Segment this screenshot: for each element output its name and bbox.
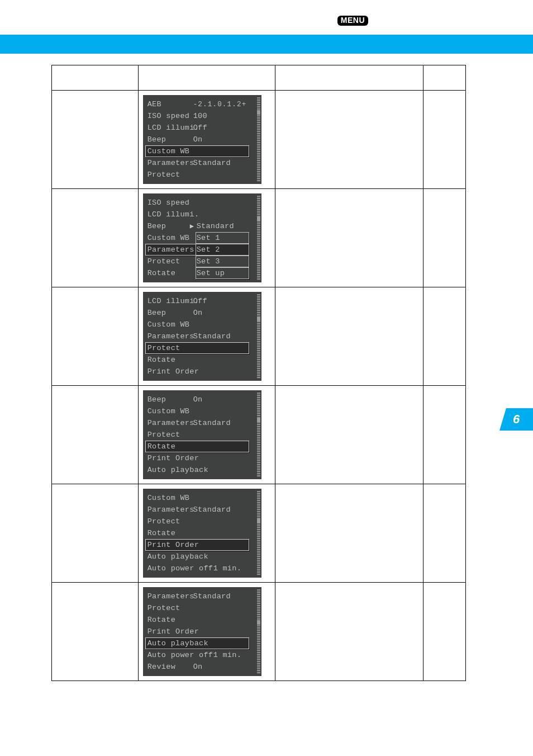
menu-item-label: Auto power off xyxy=(147,649,213,661)
menu-item: Protect xyxy=(147,429,259,441)
menu-item-label: Protect xyxy=(147,602,193,614)
menu-item-label: Rotate xyxy=(147,354,193,366)
camera-menu-screenshot: ISO speedLCD illumi.BeepCustom WBParamet… xyxy=(143,193,261,282)
menu-item-label: Custom WB xyxy=(147,145,193,157)
menu-item: ParametersStandard xyxy=(147,157,259,169)
table-row: LCD illumi.OffBeepOnCustom WBParametersS… xyxy=(52,287,466,386)
menu-item: BeepOn xyxy=(147,394,259,405)
table-header-row xyxy=(52,65,466,91)
menu-item-label: Beep xyxy=(147,134,193,145)
menu-item: Auto power off1 min. xyxy=(147,649,259,661)
aeb-scale: -2.1.0.1.2+ xyxy=(193,99,247,111)
chapter-page-tab: 6 xyxy=(499,408,533,431)
menu-item: AEB-2.1.0.1.2+ xyxy=(147,98,259,110)
menu-item-label: Print Order xyxy=(147,626,193,637)
menu-item: Custom WB xyxy=(147,145,259,157)
menu-item: LCD illumi. xyxy=(147,209,259,220)
menu-item-value: On xyxy=(193,307,203,319)
submenu-item-label: Set 3 xyxy=(197,257,220,266)
menu-item-label: Parameters xyxy=(147,504,193,516)
submenu-item-label: Set 1 xyxy=(197,234,220,242)
menu-item-label: Rotate xyxy=(147,527,193,539)
menu-item: Custom WB xyxy=(147,319,259,330)
menu-item-label: Protect xyxy=(147,256,193,267)
menu-button-badge: MENU xyxy=(337,16,368,26)
table-row: ParametersStandardProtectRotatePrint Ord… xyxy=(52,583,466,681)
menu-item: Auto power off1 min. xyxy=(147,563,259,574)
camera-menu-screenshot: LCD illumi.OffBeepOnCustom WBParametersS… xyxy=(143,292,261,381)
menu-item: Rotate xyxy=(147,354,259,366)
camera-menu-screenshot: Custom WBParametersStandardProtectRotate… xyxy=(143,489,261,578)
menu-item-value: 100 xyxy=(193,110,207,122)
submenu-popup: ▶StandardSet 1Set 2Set 3Set up xyxy=(197,220,253,279)
menu-item-label: Protect xyxy=(147,429,193,441)
menu-item: ParametersStandard xyxy=(147,504,259,516)
menu-item: LCD illumi.Off xyxy=(147,122,259,134)
menu-item-value: Standard xyxy=(193,157,231,169)
menu-item-label: Beep xyxy=(147,394,193,405)
menu-item-value: Standard xyxy=(193,417,231,429)
menu-item-value: On xyxy=(193,661,203,673)
menu-item-label: LCD illumi. xyxy=(147,122,193,134)
menu-item-value: On xyxy=(193,134,203,145)
menu-item: Custom WB xyxy=(147,405,259,417)
menu-item: ISO speed xyxy=(147,197,259,209)
submenu-item: ▶Standard xyxy=(197,220,253,232)
submenu-item: Set up xyxy=(197,267,253,279)
menu-item: ParametersStandard xyxy=(147,330,259,342)
menu-item-value: Standard xyxy=(193,590,231,602)
menu-item-value: Standard xyxy=(193,504,231,516)
menu-item-label: Auto playback xyxy=(147,464,193,476)
menu-item-label: ISO speed xyxy=(147,110,193,122)
submenu-item-label: Set 2 xyxy=(197,245,220,254)
menu-item-label: AEB xyxy=(147,98,193,110)
menu-item-label: Print Order xyxy=(147,452,193,464)
menu-item: Protect xyxy=(147,516,259,527)
menu-item-label: LCD illumi. xyxy=(147,209,193,220)
submenu-item: Set 3 xyxy=(197,256,253,267)
menu-item: Print Order xyxy=(147,626,259,637)
menu-item: Rotate xyxy=(147,614,259,626)
menu-item: ReviewOn xyxy=(147,661,259,673)
menu-item-label: Custom WB xyxy=(147,232,193,244)
menu-item-label: Protect xyxy=(147,342,193,354)
menu-item: LCD illumi.Off xyxy=(147,295,259,307)
camera-menu-screenshot: BeepOnCustom WBParametersStandardProtect… xyxy=(143,390,261,479)
section-header-bar xyxy=(0,35,533,54)
menu-item-label: Custom WB xyxy=(147,405,193,417)
menu-item-label: LCD illumi. xyxy=(147,295,193,307)
menu-item-label: Parameters xyxy=(147,157,193,169)
submenu-item: Set 1 xyxy=(197,232,253,244)
camera-menu-screenshot: AEB-2.1.0.1.2+ISO speed100LCD illumi.Off… xyxy=(143,95,261,184)
submenu-item-label: Standard xyxy=(197,222,234,230)
menu-item-value: Standard xyxy=(193,330,231,342)
menu-item: Print Order xyxy=(147,366,259,377)
menu-item: Custom WB xyxy=(147,492,259,504)
menu-item: ISO speed100 xyxy=(147,110,259,122)
menu-reference-table: AEB-2.1.0.1.2+ISO speed100LCD illumi.Off… xyxy=(51,65,466,681)
submenu-item: Set 2 xyxy=(197,244,253,256)
menu-item-value: Off xyxy=(193,122,207,134)
menu-item: Print Order xyxy=(147,539,259,551)
menu-item-label: Rotate xyxy=(147,267,193,279)
menu-item: ParametersStandard xyxy=(147,590,259,602)
menu-item: ParametersStandard xyxy=(147,417,259,429)
menu-item-label: Protect xyxy=(147,169,193,181)
menu-item: Rotate xyxy=(147,441,259,452)
menu-item-label: Custom WB xyxy=(147,492,193,504)
table-row: ISO speedLCD illumi.BeepCustom WBParamet… xyxy=(52,189,466,287)
menu-item: Protect xyxy=(147,169,259,181)
menu-item: Protect xyxy=(147,342,259,354)
menu-item-label: Beep xyxy=(147,220,193,232)
submenu-item-label: Set up xyxy=(197,269,225,277)
menu-item-label: Print Order xyxy=(147,366,193,377)
table-row: Custom WBParametersStandardProtectRotate… xyxy=(52,484,466,583)
menu-item-label: Parameters xyxy=(147,590,193,602)
menu-item: BeepOn xyxy=(147,134,259,145)
menu-item-label: Auto playback xyxy=(147,551,193,563)
menu-item: Auto playback xyxy=(147,637,259,649)
menu-item-label: Custom WB xyxy=(147,319,193,330)
menu-item-label: Review xyxy=(147,661,193,673)
menu-item-value: Off xyxy=(193,295,207,307)
menu-item: Rotate xyxy=(147,527,259,539)
